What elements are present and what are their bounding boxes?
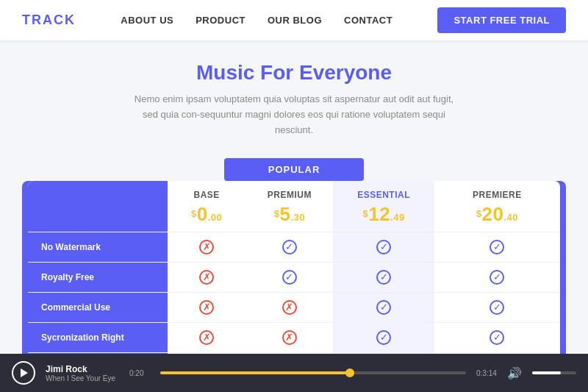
progress-bar[interactable] [160, 371, 466, 374]
feature-value: ✗ [245, 323, 333, 353]
check-icon: ✓ [282, 270, 297, 285]
check-icon: ✓ [282, 240, 297, 254]
feature-value: ✓ [434, 263, 560, 293]
popular-badge-wrap: POPULAR [0, 158, 588, 181]
track-subtitle: When I See Your Eye [46, 374, 119, 382]
feature-value: ✗ [168, 323, 245, 353]
col-premiere-price: $20.40 [440, 203, 554, 226]
col-premium-name: PREMIUM [251, 190, 327, 200]
cross-icon: ✗ [199, 330, 214, 345]
progress-fill [160, 371, 350, 374]
feature-value: ✓ [434, 323, 560, 353]
col-base-price: $0.00 [173, 203, 240, 226]
col-essential-dec: .49 [390, 212, 405, 223]
col-premiere-int: 20 [481, 203, 503, 225]
cross-icon: ✗ [282, 330, 297, 345]
feature-value: ✓ [245, 232, 333, 263]
progress-thumb [345, 368, 354, 377]
check-icon: ✓ [490, 240, 504, 254]
check-icon: ✓ [376, 330, 391, 345]
col-essential-name: ESSENTIAL [339, 190, 428, 200]
nav-about[interactable]: ABOUT US [121, 15, 173, 26]
cross-icon: ✗ [199, 270, 214, 285]
col-premium-price: $5.30 [251, 203, 327, 226]
col-essential: ESSENTIAL $12.49 [333, 181, 434, 232]
hero-description: Nemo enim ipsam voluptatem quia voluptas… [132, 92, 456, 138]
check-icon: ✓ [376, 300, 391, 315]
volume-fill [532, 371, 561, 374]
feature-value: ✓ [333, 293, 434, 323]
cross-icon: ✗ [282, 300, 297, 315]
feature-label: Royalty Free [28, 263, 168, 293]
feature-value: ✓ [434, 293, 560, 323]
volume-bar[interactable] [532, 371, 576, 374]
time-right: 0:3:14 [476, 369, 497, 377]
feature-label: No Watermark [28, 232, 168, 263]
col-base-name: BASE [173, 190, 240, 200]
hero-title: Music For Everyone [15, 61, 573, 85]
col-base-dec: .00 [208, 212, 223, 223]
page-wrapper: TRACK ABOUT US PRODUCT OUR BLOG CONTACT … [0, 0, 588, 392]
navbar: TRACK ABOUT US PRODUCT OUR BLOG CONTACT … [0, 0, 588, 40]
nav-blog[interactable]: OUR BLOG [268, 15, 322, 26]
feature-value: ✓ [333, 263, 434, 293]
feature-value: ✓ [333, 232, 434, 263]
svg-marker-0 [21, 368, 28, 377]
feature-value: ✓ [434, 232, 560, 263]
start-trial-button[interactable]: START FREE TRIAL [437, 7, 566, 33]
feature-value: ✓ [245, 263, 333, 293]
play-button[interactable] [12, 361, 35, 385]
col-essential-int: 12 [368, 203, 390, 225]
col-premiere-name: PREMIERE [440, 190, 554, 200]
nav-contact[interactable]: CONTACT [344, 15, 392, 26]
nav-product[interactable]: PRODUCT [196, 15, 245, 26]
cross-icon: ✗ [199, 240, 214, 254]
feature-value: ✓ [333, 323, 434, 353]
check-icon: ✓ [490, 300, 504, 315]
popular-badge: POPULAR [224, 158, 365, 181]
col-base-int: 0 [197, 203, 208, 225]
check-icon: ✓ [490, 330, 504, 345]
col-essential-sym: $ [362, 208, 368, 219]
feature-value: ✗ [245, 293, 333, 323]
hero-section: Music For Everyone Nemo enim ipsam volup… [0, 40, 588, 145]
col-premium-int: 5 [279, 203, 290, 225]
track-name: Jimi Rock [46, 364, 119, 374]
feature-label: Commercial Use [28, 293, 168, 323]
volume-icon[interactable]: 🔊 [507, 366, 522, 380]
col-essential-price: $12.49 [339, 203, 428, 226]
col-premium: PREMIUM $5.30 [245, 181, 333, 232]
col-premiere-dec: .40 [503, 212, 518, 223]
logo: TRACK [22, 13, 76, 28]
col-premiere: PREMIERE $20.40 [434, 181, 560, 232]
col-base: BASE $0.00 [168, 181, 245, 232]
time-left: 0:20 [129, 369, 150, 377]
cross-icon: ✗ [199, 300, 214, 315]
col-premium-dec: .30 [290, 212, 305, 223]
feature-value: ✗ [168, 263, 245, 293]
track-info: Jimi Rock When I See Your Eye [46, 364, 119, 382]
feature-col-header [28, 181, 168, 232]
feature-value: ✗ [168, 232, 245, 263]
feature-label: Sycronization Right [28, 323, 168, 353]
check-icon: ✓ [376, 270, 391, 285]
check-icon: ✓ [376, 240, 391, 254]
col-base-sym: $ [191, 208, 197, 219]
check-icon: ✓ [490, 270, 504, 285]
audio-player: Jimi Rock When I See Your Eye 0:20 0:3:1… [0, 354, 588, 392]
feature-value: ✗ [168, 293, 245, 323]
nav-links: ABOUT US PRODUCT OUR BLOG CONTACT [121, 15, 392, 26]
